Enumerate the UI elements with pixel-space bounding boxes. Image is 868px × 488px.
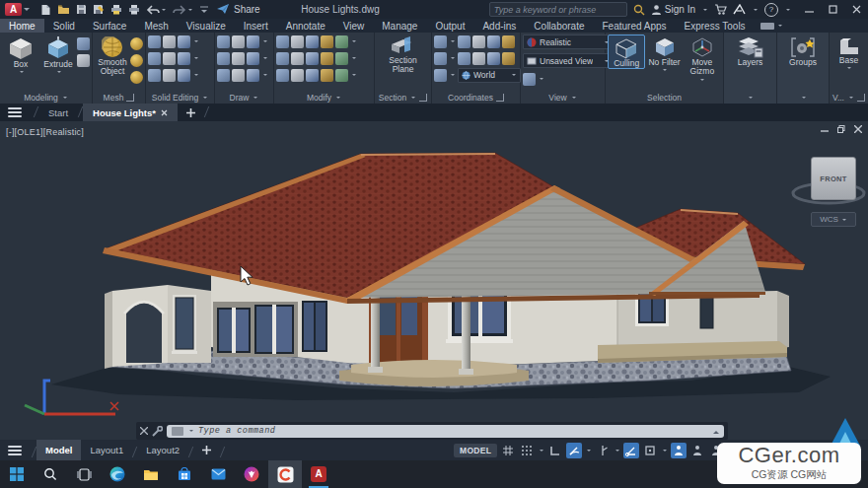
draw-tool-icon[interactable] [217,35,230,48]
panel-label-layers[interactable] [724,92,776,104]
app-menu-button[interactable]: A [5,3,22,16]
draw-tool-icon[interactable] [232,35,245,48]
modify-tool-icon[interactable] [291,69,304,82]
ribbon-tab-annotate[interactable]: Annotate [277,19,334,33]
visual-style-select[interactable]: Realistic [523,35,614,49]
autodesk-logo-icon[interactable] [733,4,746,15]
layers-button[interactable]: Layers [731,35,770,67]
new-tab-button[interactable] [178,104,204,121]
solid-editing-tool-icon[interactable] [148,35,161,48]
search-input[interactable]: Type a keyword or phrase [489,2,627,17]
ribbon-tab-output[interactable]: Output [426,19,473,33]
ucs-tool-icon[interactable] [458,35,470,48]
undo-button[interactable] [146,5,167,15]
object-snap-icon[interactable] [642,443,658,458]
modify-tool-icon[interactable] [291,52,304,65]
panel-label-view[interactable]: View [521,92,605,104]
recent-commands-caret-icon[interactable] [189,430,193,434]
viewcube-front-face[interactable]: FRONT [820,174,846,183]
modify-tool-icon[interactable] [276,69,289,82]
modify-tool-icon[interactable] [306,52,319,65]
new-layout-button[interactable] [193,445,220,455]
modify-tool-icon[interactable] [306,35,319,48]
wcs-button[interactable]: WCS [811,212,856,227]
close-tab-icon[interactable] [161,109,168,116]
snap-mode-icon[interactable] [519,443,535,458]
camtasia-icon[interactable] [268,460,302,488]
smooth-object-button[interactable]: Smooth Object [95,35,130,77]
move-gizmo-button[interactable]: Move Gizmo [684,35,721,83]
modify-tool-icon[interactable] [321,52,333,65]
print-icon[interactable] [128,4,140,15]
solid-editing-tool-icon[interactable] [178,69,190,82]
ribbon-tab-solid[interactable]: Solid [44,19,84,33]
solid-editing-tool-icon[interactable] [163,35,176,48]
tab-start[interactable]: Start [38,104,78,121]
box-button[interactable]: Box [2,35,39,75]
redo-button[interactable] [173,5,193,15]
ucs-tool-icon[interactable] [502,52,515,65]
house-model[interactable] [0,121,868,440]
named-view-select[interactable]: Unsaved View [523,53,614,68]
viewport-tool-icon[interactable] [523,73,536,86]
draw-tool-icon[interactable] [217,52,230,65]
ucs-tool-icon[interactable] [472,52,485,65]
save-as-icon[interactable] [93,4,105,15]
drawing-restore-icon[interactable] [837,125,845,133]
help-caret-icon[interactable] [786,9,790,13]
solid-editing-tool-icon[interactable] [163,52,176,65]
ribbon-tab-mesh[interactable]: Mesh [135,19,177,33]
ribbon-display-toggle[interactable] [760,19,783,33]
ucs-tool-icon[interactable] [487,35,500,48]
mesh-tool-icon[interactable] [130,37,143,50]
polar-caret-icon[interactable] [587,450,591,453]
solid-editing-tool-icon[interactable] [178,52,190,65]
model-space-toggle[interactable]: MODEL [454,444,497,457]
maximize-button[interactable] [821,0,844,19]
mesh-tool-icon[interactable] [130,54,143,67]
modify-tool-icon[interactable] [276,52,289,65]
windows-start-icon[interactable] [0,460,34,488]
ribbon-tab-view[interactable]: View [334,19,374,33]
ucs-select[interactable]: World [458,68,521,83]
object-snap-tracking-icon[interactable] [623,443,639,458]
ribbon-tab-home[interactable]: Home [0,19,44,33]
isodraft-icon[interactable] [595,443,611,458]
modify-tool-icon[interactable] [306,69,319,82]
recent-commands-icon[interactable] [172,427,183,436]
ucs-tool-icon[interactable] [502,35,515,48]
modify-tool-icon[interactable] [321,35,333,48]
draw-tool-icon[interactable] [247,35,259,48]
browser-icon[interactable] [235,460,268,488]
autoscale-icon[interactable] [689,443,705,458]
base-button[interactable]: Base [832,35,866,71]
panel-label-mesh[interactable]: Mesh [93,92,145,104]
ribbon-tab-visualize[interactable]: Visualize [178,19,235,33]
modeling-tool-icon[interactable] [77,37,90,50]
close-command-line-icon[interactable] [140,427,148,435]
sign-in-caret-icon[interactable] [703,9,707,13]
qat-customize-caret-icon[interactable] [199,5,209,15]
viewport-controls-label[interactable]: [-][OLE1][Realistic] [6,127,84,137]
autocad-taskbar-icon[interactable]: A [302,460,335,488]
drawing-minimize-icon[interactable] [821,125,829,133]
ucs-tool-icon[interactable] [458,52,470,65]
help-icon[interactable]: ? [764,3,778,17]
tab-document[interactable]: House Lights* [83,104,178,121]
save-icon[interactable] [76,4,87,15]
command-history-icon[interactable] [713,428,719,434]
modify-tool-icon[interactable] [335,69,348,82]
section-plane-button[interactable]: Section Plane [380,35,427,75]
modify-tool-icon[interactable] [291,35,304,48]
plot-icon[interactable] [110,4,122,15]
command-input[interactable]: Type a command [167,425,724,438]
tab-layout1[interactable]: Layout1 [81,440,132,460]
new-file-icon[interactable] [40,4,51,16]
ribbon-tab-insert[interactable]: Insert [235,19,277,33]
file-tabs-menu-icon[interactable] [0,104,34,121]
ucs-tool-icon[interactable] [434,35,447,48]
panel-label-solid-editing[interactable]: Solid Editing [146,92,214,104]
extrude-button[interactable]: Extrude [39,35,77,75]
grid-display-icon[interactable] [500,443,516,458]
panel-label-modeling[interactable]: Modeling [0,92,92,104]
